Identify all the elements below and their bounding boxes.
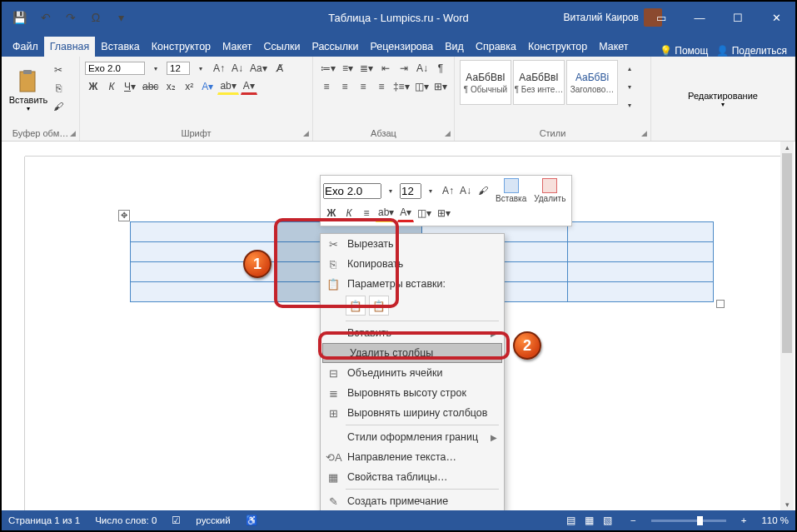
change-case-icon[interactable]: Aa▾	[247, 60, 270, 77]
dialog-launcher-icon[interactable]: ◢	[303, 129, 309, 137]
symbol-icon[interactable]: Ω	[87, 9, 104, 26]
tab-layout[interactable]: Макет	[217, 37, 257, 57]
numbering-icon[interactable]: ≡▾	[339, 60, 356, 77]
scroll-down-icon[interactable]: ▾	[780, 499, 794, 510]
format-painter-icon[interactable]: 🖌	[50, 98, 67, 115]
copy-icon[interactable]: ⎘	[50, 80, 67, 97]
borders-icon[interactable]: ⊞▾	[435, 204, 453, 222]
align-left-icon[interactable]: ≡	[318, 78, 335, 95]
superscript-button[interactable]: x²	[181, 78, 197, 95]
show-marks-icon[interactable]: ¶	[432, 60, 449, 77]
tab-help[interactable]: Справка	[470, 37, 522, 57]
share-button[interactable]: 👤 Поделиться	[716, 45, 787, 57]
font-name-input[interactable]	[85, 62, 145, 75]
tell-me[interactable]: 💡 Помощ	[660, 45, 708, 57]
zoom-slider[interactable]	[651, 520, 726, 522]
undo-icon[interactable]: ↶	[37, 9, 54, 26]
font-dropdown-icon[interactable]: ▾	[147, 60, 164, 77]
menu-text-direction[interactable]: ⟲AНаправление текста…	[321, 447, 504, 467]
maximize-button[interactable]: ☐	[719, 2, 757, 33]
zoom-out-button[interactable]: −	[630, 515, 636, 525]
shading-icon[interactable]: ◫▾	[415, 204, 434, 222]
grow-font-icon[interactable]: A↑	[211, 60, 227, 77]
font-size-input[interactable]	[167, 62, 190, 75]
tab-table-layout[interactable]: Макет	[593, 37, 634, 57]
menu-cut[interactable]: ✂Вырезать	[321, 234, 504, 254]
menu-insert[interactable]: Вставить▶	[321, 323, 504, 343]
paste-button[interactable]: Вставить ▾	[7, 60, 50, 120]
status-word-count[interactable]: Число слов: 0	[95, 515, 157, 525]
menu-border-styles[interactable]: Стили оформления границ▶	[321, 427, 504, 447]
multilevel-icon[interactable]: ≣▾	[357, 60, 376, 77]
dialog-launcher-icon[interactable]: ◢	[445, 129, 451, 137]
mini-insert-button[interactable]: Вставка	[492, 178, 530, 203]
tab-table-design[interactable]: Конструктор	[522, 37, 593, 57]
menu-distribute-rows[interactable]: ≣Выровнять высоту строк	[321, 383, 504, 403]
save-icon[interactable]: 💾	[10, 9, 29, 26]
strike-button[interactable]: abc	[140, 78, 161, 95]
style-no-spacing[interactable]: АаБбВвІ ¶ Без инте…	[513, 60, 565, 105]
italic-button[interactable]: К	[103, 78, 120, 95]
close-button[interactable]: ✕	[757, 2, 795, 33]
menu-new-comment[interactable]: ✎Создать примечание	[321, 491, 504, 510]
tab-design[interactable]: Конструктор	[146, 37, 217, 57]
shading-icon[interactable]: ◫▾	[413, 78, 431, 95]
tab-references[interactable]: Ссылки	[257, 37, 306, 57]
format-painter-icon[interactable]: 🖌	[475, 181, 491, 200]
scrollbar-thumb[interactable]	[782, 153, 792, 353]
font-color-icon[interactable]: A▾	[241, 78, 257, 95]
text-effects-icon[interactable]: A▾	[199, 78, 216, 95]
tab-home[interactable]: Главная	[44, 37, 96, 57]
style-heading[interactable]: АаБбВі Заголово…	[566, 60, 618, 105]
shrink-font-icon[interactable]: A↓	[229, 60, 246, 77]
view-print-icon[interactable]: ▦	[585, 515, 594, 525]
tab-view[interactable]: Вид	[439, 37, 470, 57]
indent-left-icon[interactable]: ⇤	[377, 60, 394, 77]
menu-distribute-cols[interactable]: ⊞Выровнять ширину столбцов	[321, 403, 504, 423]
highlight-icon[interactable]: ab▾	[217, 78, 238, 95]
table-move-handle-icon[interactable]: ✥	[118, 210, 130, 221]
menu-delete-columns[interactable]: Удалить столбцы	[322, 343, 502, 363]
italic-button[interactable]: К	[341, 204, 357, 222]
menu-table-properties[interactable]: ▦Свойства таблицы…	[321, 467, 504, 487]
indent-right-icon[interactable]: ⇥	[396, 60, 412, 77]
status-page[interactable]: Страница 1 из 1	[8, 515, 80, 525]
clear-format-icon[interactable]: A̸	[271, 60, 288, 77]
qat-dropdown-icon[interactable]: ▾	[112, 9, 129, 26]
minimize-button[interactable]: —	[680, 2, 719, 33]
bold-button[interactable]: Ж	[323, 204, 340, 222]
align-icon[interactable]: ≡	[358, 204, 375, 222]
scroll-up-icon[interactable]: ▴	[780, 142, 794, 153]
tab-review[interactable]: Рецензирова	[365, 37, 440, 57]
mini-font-size-input[interactable]	[400, 183, 421, 199]
menu-merge-cells[interactable]: ⊟Объединить ячейки	[321, 363, 504, 383]
sort-icon[interactable]: A↓	[414, 60, 431, 77]
tab-mailings[interactable]: Рассылки	[306, 37, 364, 57]
shrink-font-icon[interactable]: A↓	[457, 181, 474, 200]
chevron-down-icon[interactable]: ▾	[382, 181, 399, 200]
horizontal-ruler[interactable]	[25, 142, 780, 157]
table-resize-handle-icon[interactable]	[716, 300, 725, 308]
editing-button[interactable]: Редактирование ▾	[688, 91, 758, 108]
page-canvas[interactable]: ✥ ▾ ▾ A↑ A↓ 🖌 Вставка Удалить Ж К	[32, 160, 779, 507]
tab-insert[interactable]: Вставка	[95, 37, 145, 57]
font-color-icon[interactable]: A▾	[397, 204, 414, 222]
tab-file[interactable]: Файл	[7, 37, 44, 57]
size-dropdown-icon[interactable]: ▾	[192, 60, 209, 77]
styles-up-icon[interactable]: ▴	[621, 60, 638, 77]
status-accessibility-icon[interactable]: ♿	[246, 515, 257, 526]
status-spellcheck-icon[interactable]: ☑	[172, 515, 181, 526]
paste-option-1[interactable]: 📋	[346, 296, 366, 316]
subscript-button[interactable]: x₂	[162, 78, 179, 95]
redo-icon[interactable]: ↷	[62, 9, 79, 26]
status-language[interactable]: русский	[196, 515, 230, 525]
menu-copy[interactable]: ⎘Копировать	[321, 254, 504, 274]
view-web-icon[interactable]: ▧	[603, 515, 612, 525]
align-right-icon[interactable]: ≡	[355, 78, 371, 95]
view-read-icon[interactable]: ▤	[566, 515, 575, 525]
styles-more-icon[interactable]: ▾	[621, 97, 638, 113]
vertical-ruler[interactable]	[2, 157, 25, 510]
line-spacing-icon[interactable]: ‡≡▾	[391, 78, 411, 95]
grow-font-icon[interactable]: A↑	[440, 181, 456, 200]
zoom-in-button[interactable]: +	[741, 515, 747, 525]
